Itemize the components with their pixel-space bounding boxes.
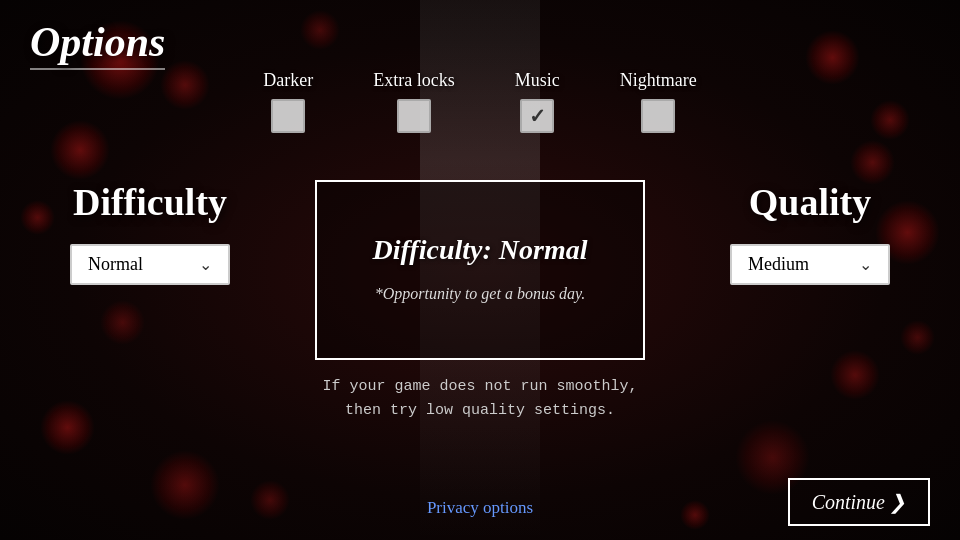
difficulty-box-title: Difficulty: Normal — [373, 234, 588, 266]
quality-dropdown-arrow: ⌄ — [859, 255, 872, 274]
difficulty-info-panel: Difficulty: Normal *Opportunity to get a… — [315, 180, 645, 360]
nightmare-checkbox[interactable] — [641, 99, 675, 133]
difficulty-box: Difficulty: Normal *Opportunity to get a… — [315, 180, 645, 360]
darker-label: Darker — [263, 70, 313, 91]
privacy-options-link[interactable]: Privacy options — [427, 498, 533, 518]
music-label: Music — [515, 70, 560, 91]
continue-button[interactable]: Continue ❯ — [788, 478, 930, 526]
difficulty-selected: Normal — [88, 254, 143, 275]
checkbox-nightmare: Nightmare — [620, 70, 697, 133]
continue-arrow-icon: ❯ — [889, 490, 906, 514]
difficulty-dropdown[interactable]: Normal ⌄ — [70, 244, 230, 285]
extra-locks-label: Extra locks — [373, 70, 454, 91]
checkboxes-row: Darker Extra locks Music Nightmare — [0, 70, 960, 133]
quality-selected: Medium — [748, 254, 809, 275]
music-checkbox[interactable] — [520, 99, 554, 133]
checkbox-music: Music — [515, 70, 560, 133]
quality-dropdown[interactable]: Medium ⌄ — [730, 244, 890, 285]
quality-hint: If your game does not run smoothly, then… — [300, 375, 660, 423]
difficulty-dropdown-arrow: ⌄ — [199, 255, 212, 274]
page-title: Options — [30, 18, 165, 70]
difficulty-title: Difficulty — [73, 180, 227, 224]
difficulty-box-desc: *Opportunity to get a bonus day. — [375, 282, 586, 306]
quality-title: Quality — [749, 180, 871, 224]
quality-panel: Quality Medium ⌄ — [690, 180, 930, 285]
extra-locks-checkbox[interactable] — [397, 99, 431, 133]
checkbox-extra-locks: Extra locks — [373, 70, 454, 133]
darker-checkbox[interactable] — [271, 99, 305, 133]
difficulty-panel: Difficulty Normal ⌄ — [30, 180, 270, 285]
checkbox-darker: Darker — [263, 70, 313, 133]
nightmare-label: Nightmare — [620, 70, 697, 91]
continue-label: Continue — [812, 491, 885, 514]
